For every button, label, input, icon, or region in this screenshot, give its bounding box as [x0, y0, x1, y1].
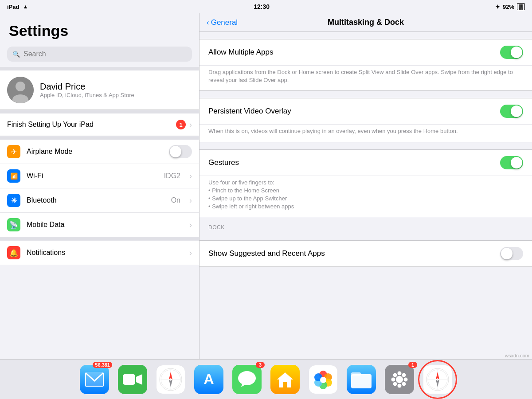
dock-icon-facetime	[118, 365, 147, 394]
wifi-chevron: ›	[189, 172, 192, 181]
finish-row[interactable]: Finish Setting Up Your iPad 1 ›	[0, 113, 199, 136]
allow-multiple-apps-label: Allow Multiple Apps	[208, 48, 500, 57]
notifications-icon: 🔔	[7, 246, 20, 259]
search-input[interactable]	[23, 50, 187, 58]
svg-point-29	[404, 377, 408, 381]
toggle-thumb-pv	[511, 106, 522, 117]
dock-icon-mail	[80, 365, 109, 394]
toggle-thumb-ss	[501, 248, 512, 259]
bluetooth-value: On	[171, 196, 180, 204]
status-left: iPad ▲	[7, 4, 28, 10]
dock-app-home[interactable]	[269, 364, 301, 395]
wifi-label: Wi-Fi	[27, 172, 158, 180]
left-panel: Settings 🔍 David Price Apple ID, iCloud,…	[0, 13, 200, 359]
svg-text:A: A	[203, 371, 214, 387]
dock-icon-photos	[309, 365, 338, 394]
dock-section: Show Suggested and Recent Apps	[200, 240, 532, 267]
dock-badge-mail: 56,381	[93, 362, 112, 368]
show-suggested-label: Show Suggested and Recent Apps	[208, 249, 500, 258]
gestures-section: Gestures Use four or five fingers to: • …	[200, 149, 532, 218]
right-panel: ‹ General Multitasking & Dock Allow Mult…	[200, 13, 532, 359]
dock-app-files[interactable]	[345, 364, 377, 395]
chevron-icon: ›	[189, 120, 192, 129]
search-icon: 🔍	[12, 51, 20, 58]
back-chevron-icon: ‹	[207, 18, 209, 27]
profile-subtitle: Apple ID, iCloud, iTunes & App Store	[40, 92, 134, 98]
airplane-toggle[interactable]	[169, 145, 192, 158]
show-suggested-toggle[interactable]	[500, 247, 523, 260]
dock-app-photos[interactable]	[307, 364, 339, 395]
dock-app-settings[interactable]: 1	[383, 364, 415, 395]
gestures-row[interactable]: Gestures	[200, 150, 532, 176]
allow-multiple-apps-row[interactable]: Allow Multiple Apps	[200, 39, 532, 66]
show-suggested-row[interactable]: Show Suggested and Recent Apps	[200, 241, 532, 266]
gestures-toggle[interactable]	[500, 156, 523, 169]
svg-point-32	[393, 382, 397, 386]
status-bar: iPad ▲ 12:30 ✦ 92% ▓	[0, 0, 532, 13]
sidebar-item-cellular[interactable]: 📡 Mobile Data ›	[0, 213, 199, 237]
nav-title: Multitasking & Dock	[328, 18, 404, 27]
search-bar[interactable]: 🔍	[7, 47, 192, 62]
allow-multiple-apps-toggle[interactable]	[500, 46, 523, 59]
section-divider-3	[0, 237, 199, 240]
svg-marker-8	[136, 374, 142, 385]
finish-row-label: Finish Setting Up Your iPad	[7, 121, 94, 129]
dock-icon-settings	[385, 365, 414, 394]
persistent-video-toggle[interactable]	[500, 105, 523, 118]
divider-thick	[0, 67, 199, 70]
toggle-thumb-g	[511, 157, 522, 168]
svg-marker-18	[277, 372, 293, 387]
dock-icon-home	[270, 365, 300, 394]
svg-point-34	[393, 373, 397, 377]
notifications-partial[interactable]: 🔔 Notifications ›	[0, 240, 199, 265]
clock: 12:30	[254, 3, 270, 10]
allow-multiple-apps-section: Allow Multiple Apps Drag applications fr…	[200, 39, 532, 91]
sidebar-item-wifi[interactable]: 📶 Wi-Fi IDG2 ›	[0, 164, 199, 188]
svg-point-16	[238, 371, 256, 385]
dock-app-facetime[interactable]	[117, 364, 149, 395]
dock-icon-appstore: A	[194, 365, 223, 394]
cellular-chevron: ›	[189, 220, 192, 230]
status-right: ✦ 92% ▓	[495, 3, 525, 10]
svg-point-30	[402, 382, 406, 386]
allow-multiple-apps-description: Drag applications from the Dock or Home …	[200, 66, 532, 90]
profile-info: David Price Apple ID, iCloud, iTunes & A…	[40, 82, 134, 98]
svg-point-33	[391, 377, 395, 381]
dock-app-safari-red[interactable]	[155, 364, 187, 395]
dock-icon-files	[347, 365, 376, 394]
cellular-label: Mobile Data	[27, 221, 183, 229]
profile-name: David Price	[40, 82, 134, 92]
svg-rect-27	[351, 372, 361, 376]
persistent-video-row[interactable]: Persistent Video Overlay	[200, 98, 532, 125]
main-layout: Settings 🔍 David Price Apple ID, iCloud,…	[0, 13, 532, 359]
dock-app-mail[interactable]: 56,381	[78, 364, 110, 395]
battery-icon: ▓	[517, 3, 525, 10]
toggle-thumb	[170, 146, 181, 157]
dock-app-messages[interactable]: 3	[231, 364, 263, 395]
profile-row[interactable]: David Price Apple ID, iCloud, iTunes & A…	[0, 70, 199, 110]
gestures-description: Use four or five fingers to: • Pinch to …	[200, 176, 532, 217]
nav-back-button[interactable]: ‹ General	[207, 18, 238, 27]
dock: 56,381A3 1	[0, 359, 532, 399]
svg-point-31	[398, 383, 402, 387]
sidebar-item-bluetooth[interactable]: ✳ Bluetooth On ›	[0, 188, 199, 213]
dock-section-label: DOCK	[200, 217, 532, 233]
dock-app-appstore[interactable]: A	[193, 364, 225, 395]
bluetooth-chevron: ›	[189, 196, 192, 205]
persistent-video-section: Persistent Video Overlay When this is on…	[200, 98, 532, 142]
ipad-label: iPad	[7, 4, 19, 10]
wifi-icon: ▲	[23, 4, 28, 10]
highlight-circle	[418, 360, 457, 399]
svg-rect-26	[351, 374, 372, 388]
section-divider-1	[0, 110, 199, 113]
watermark: wsxdn.com	[505, 353, 529, 358]
sidebar-item-airplane[interactable]: ✈ Airplane Mode	[0, 140, 199, 164]
avatar	[7, 77, 34, 103]
svg-rect-7	[123, 374, 135, 385]
airplane-label: Airplane Mode	[27, 148, 163, 156]
settings-title: Settings	[0, 13, 199, 44]
settings-list: ✈ Airplane Mode 📶 Wi-Fi IDG2 › ✳	[0, 140, 199, 237]
dock-badge-messages: 3	[256, 362, 265, 368]
dock-app-safari[interactable]	[422, 364, 454, 395]
notifications-label: Notifications	[27, 249, 65, 257]
